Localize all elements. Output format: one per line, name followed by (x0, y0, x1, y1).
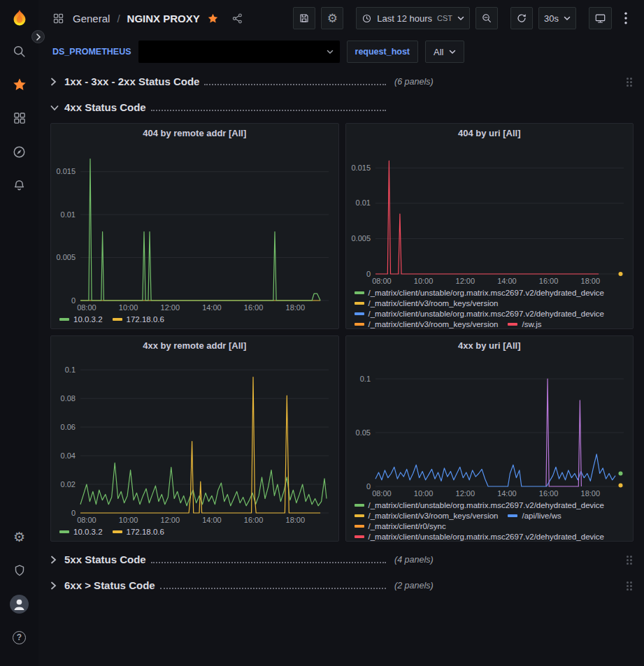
legend-item[interactable]: 172.18.0.6 (113, 528, 164, 536)
panel-legend: /_matrix/client/unstable/org.matrix.msc2… (346, 287, 634, 328)
help-icon[interactable]: ? (8, 625, 31, 649)
svg-text:18:00: 18:00 (286, 516, 306, 524)
row-panel-count: (2 panels) (394, 581, 434, 591)
row-1xx-3xx-2xx-status-code[interactable]: 1xx - 3xx - 2xx Status Code (6 panels) (50, 71, 634, 92)
panel-title[interactable]: 4xx by uri [All] (346, 336, 634, 356)
request-host-variable-value-dropdown[interactable]: All (425, 41, 464, 63)
chevron-right-icon (50, 78, 64, 86)
breadcrumb-section[interactable]: General (73, 13, 110, 24)
row-drag-handle[interactable] (627, 78, 632, 87)
request-host-label-text: request_host (355, 47, 410, 57)
chart-404-by-uri[interactable]: 00.0050.010.01508:0010:0012:0014:0016:00… (346, 143, 634, 287)
legend-item[interactable]: 172.18.0.6 (113, 315, 164, 324)
legend-item[interactable]: /_matrix/client/unstable/org.matrix.msc2… (355, 289, 605, 297)
svg-text:12:00: 12:00 (455, 489, 475, 498)
sidebar-expand-button[interactable] (31, 30, 45, 43)
row-4xx-status-code[interactable]: 4xx Status Code (50, 97, 634, 118)
request-host-variable-label[interactable]: request_host (347, 41, 419, 63)
row-6xx-status-code[interactable]: 6xx > Status Code (2 panels) (50, 575, 634, 596)
legend-item[interactable]: /_matrix/client/v3/room_keys/version (355, 320, 499, 328)
refresh-icon (516, 13, 527, 24)
ds-prometheus-variable-value-dropdown[interactable] (138, 41, 340, 63)
legend-label: /_matrix/client/v3/room_keys/version (368, 512, 499, 520)
row-5xx-status-code[interactable]: 5xx Status Code (4 panels) (50, 549, 634, 570)
panel-title[interactable]: 4xx by remote addr [All] (51, 336, 338, 356)
dotted-leader (160, 588, 386, 589)
legend-swatch (355, 302, 364, 305)
legend-swatch (113, 530, 122, 533)
kebab-menu-button[interactable] (617, 7, 634, 29)
tv-mode-button[interactable] (589, 7, 612, 29)
svg-text:0: 0 (366, 482, 370, 491)
legend-item[interactable]: /_matrix/client/unstable/org.matrix.msc2… (355, 501, 605, 509)
legend-label: 10.0.3.2 (73, 528, 103, 536)
sidebar: ⚙ ? (0, 0, 38, 666)
ds-prometheus-variable-label[interactable]: DS_PROMETHEUS (52, 47, 131, 57)
legend-swatch (59, 318, 69, 321)
timezone-label: CST (437, 14, 452, 22)
svg-text:10:00: 10:00 (413, 489, 433, 498)
svg-text:14:00: 14:00 (497, 277, 517, 285)
svg-text:14:00: 14:00 (202, 303, 222, 312)
favorite-star-icon[interactable] (207, 13, 219, 24)
chart-4xx-by-remote-addr[interactable]: 00.020.040.060.080.108:0010:0012:0014:00… (51, 356, 338, 526)
time-range-picker[interactable]: Last 12 hours CST (356, 7, 470, 29)
svg-text:18:00: 18:00 (286, 303, 306, 312)
row-drag-handle[interactable] (627, 581, 632, 591)
svg-text:0: 0 (71, 296, 76, 305)
starred-dashboards-icon[interactable] (8, 73, 31, 96)
save-dashboard-button[interactable] (293, 7, 315, 29)
legend-item[interactable]: /_matrix/client/v3/room_keys/version (355, 512, 499, 520)
panel-title[interactable]: 404 by uri [All] (346, 124, 634, 143)
panel-title[interactable]: 404 by remote addr [All] (51, 124, 338, 143)
panel-legend: 10.0.3.2172.18.0.6 (51, 526, 338, 541)
server-admin-shield-icon[interactable] (8, 558, 31, 582)
dashboard-settings-button[interactable]: ⚙ (321, 7, 343, 29)
chart-4xx-by-uri[interactable]: 00.050.108:0010:0012:0014:0016:0018:00 (346, 356, 634, 499)
zoom-out-button[interactable] (475, 7, 498, 29)
legend-swatch (355, 323, 364, 326)
explore-compass-icon[interactable] (8, 140, 31, 164)
row-title-wrap: 4xx Status Code (64, 101, 387, 114)
legend-item[interactable]: /_matrix/client/unstable/org.matrix.msc2… (355, 533, 605, 541)
dotted-leader (151, 110, 386, 111)
legend-item[interactable]: /sw.js (508, 320, 541, 328)
row-panel-count: (6 panels) (394, 77, 434, 87)
legend-label: /sw.js (522, 320, 541, 328)
legend-item[interactable]: /_matrix/client/unstable/org.matrix.msc2… (355, 310, 605, 318)
refresh-interval-label: 30s (544, 13, 559, 24)
configuration-gear-icon[interactable]: ⚙ (8, 525, 31, 549)
legend-item[interactable]: /_matrix/client/r0/sync (355, 522, 446, 530)
svg-text:14:00: 14:00 (202, 516, 222, 524)
apps-grid-icon (52, 13, 64, 24)
variables-submenu: DS_PROMETHEUS request_host All (38, 36, 644, 67)
refresh-button[interactable] (510, 7, 533, 29)
search-icon[interactable] (8, 39, 31, 63)
dashboards-icon[interactable] (8, 106, 31, 130)
breadcrumb-separator: / (117, 13, 120, 24)
legend-item[interactable]: 10.0.3.2 (59, 528, 103, 536)
user-avatar[interactable] (8, 592, 31, 616)
chart-404-by-remote-addr[interactable]: 00.0050.010.01508:0010:0012:0014:0016:00… (51, 143, 338, 313)
breadcrumb-dashboard-title[interactable]: NGINX PROXY (127, 13, 200, 24)
svg-text:10:00: 10:00 (119, 303, 138, 312)
panel-4xx-by-remote-addr: 4xx by remote addr [All] 00.020.040.060.… (50, 335, 339, 542)
clock-icon (362, 13, 372, 24)
svg-text:08:00: 08:00 (77, 303, 96, 312)
panel-legend: 10.0.3.2172.18.0.6 (51, 313, 338, 328)
refresh-interval-picker[interactable]: 30s (538, 7, 576, 29)
grafana-logo-icon[interactable] (8, 7, 31, 31)
svg-text:0.1: 0.1 (359, 375, 370, 383)
legend-item[interactable]: 10.0.3.2 (59, 315, 103, 324)
dotted-leader (204, 84, 386, 85)
row-drag-handle[interactable] (627, 556, 632, 565)
svg-text:18:00: 18:00 (580, 489, 600, 498)
chevron-right-icon (50, 581, 64, 590)
panels-grid: 404 by remote addr [All] 00.0050.010.015… (50, 123, 634, 542)
sidebar-bottom-group: ⚙ ? (8, 525, 31, 659)
legend-item[interactable]: /api/live/ws (508, 512, 561, 520)
svg-text:0.015: 0.015 (56, 167, 76, 175)
legend-item[interactable]: /_matrix/client/v3/room_keys/version (355, 299, 499, 307)
share-icon[interactable] (231, 13, 243, 24)
alerting-bell-icon[interactable] (8, 173, 31, 197)
